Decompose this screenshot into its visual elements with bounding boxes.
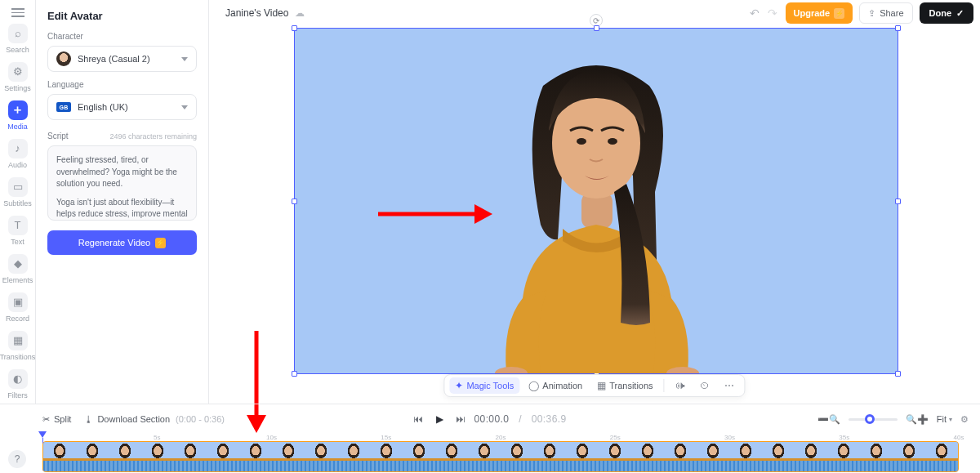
label-script: Script [47, 132, 69, 141]
share-label: Share [880, 8, 903, 18]
timeline-clip[interactable] [42, 441, 959, 472]
ellipsis-icon: ⋯ [724, 380, 734, 391]
playback-controls: ⏮ ▶ ⏭ 00:00.0 / 00:36.9 [413, 411, 566, 427]
text-icon: T [8, 216, 28, 235]
resize-handle[interactable] [594, 25, 599, 31]
clip-thumb [729, 442, 762, 471]
clip-thumb [664, 442, 697, 471]
sidebar-item-elements[interactable]: ◆Elements [0, 251, 36, 288]
animation-icon: ◯ [528, 380, 539, 391]
resize-handle[interactable] [895, 371, 901, 377]
resize-handle[interactable] [895, 199, 901, 204]
fit-button[interactable]: Fit▾ [937, 414, 952, 424]
magic-tools-button[interactable]: ✦Magic Tools [449, 377, 519, 394]
volume-button[interactable]: 🕪 [670, 377, 691, 394]
clip-thumb [109, 442, 141, 471]
tick: 5s [154, 434, 160, 441]
download-section-button[interactable]: ⭳Download Section(0:00 - 0:36) [84, 414, 225, 424]
transitions-button[interactable]: ▦Transitions [591, 377, 658, 394]
clip-thumb [697, 442, 729, 471]
clip-thumb [599, 442, 631, 471]
plus-icon: ＋ [8, 100, 28, 120]
clip-thumb [174, 442, 207, 471]
subtitles-icon: ▭ [8, 177, 28, 197]
resize-handle[interactable] [895, 25, 901, 31]
zoom-slider[interactable] [849, 418, 898, 421]
label-character: Character [47, 32, 197, 41]
sparkles-icon: ✦ [455, 380, 463, 391]
language-select[interactable]: GB English (UK) [47, 94, 197, 120]
clip-thumb [860, 442, 893, 471]
sidebar-item-filters[interactable]: ◐Filters [0, 366, 36, 403]
upgrade-label: Upgrade [794, 8, 831, 18]
more-button[interactable]: ⋯ [719, 377, 740, 394]
panel-title: Edit Avatar [47, 10, 197, 22]
clip-thumb [795, 442, 827, 471]
sidebar-item-record[interactable]: ▣Record [0, 289, 36, 326]
sidebar-item-transitions[interactable]: ▦Transitions [0, 328, 36, 364]
tick: 35s [839, 434, 849, 441]
speed-button[interactable]: ⏲ [694, 377, 715, 394]
split-button[interactable]: ✂Split [42, 414, 71, 425]
menu-toggle[interactable] [0, 5, 36, 19]
upgrade-button[interactable]: Upgrade ⚡ [786, 2, 853, 24]
character-select[interactable]: Shreya (Casual 2) [47, 46, 197, 72]
sidebar-item-settings[interactable]: ⚙Settings [0, 59, 36, 96]
selected-element[interactable]: ⟳ [294, 28, 898, 374]
script-line: Yoga isn't just about flexibility—it hel… [56, 197, 188, 221]
regenerate-label: Regenerate Video [78, 238, 150, 248]
done-button[interactable]: Done ✓ [920, 2, 974, 24]
timeline[interactable]: 5s 10s 15s 20s 25s 30s 35s 40s [0, 434, 980, 473]
project-title[interactable]: Janine's Video [225, 7, 288, 19]
sidebar-item-audio[interactable]: ♪Audio [0, 136, 36, 172]
script-textarea[interactable]: Feeling stressed, tired, or overwhelmed?… [47, 145, 197, 221]
clip-thumb [403, 442, 435, 471]
sidebar-item-text[interactable]: TText [0, 212, 36, 249]
prev-button[interactable]: ⏮ [413, 413, 423, 425]
clip-thumb [925, 442, 958, 471]
clip-thumb [827, 442, 860, 471]
timeline-settings-button[interactable]: ⚙ [960, 414, 969, 425]
resize-handle[interactable] [292, 25, 297, 31]
clip-thumb [305, 442, 337, 471]
share-button[interactable]: ⇪ Share [859, 2, 912, 24]
done-label: Done [929, 8, 952, 18]
record-icon: ▣ [8, 292, 28, 312]
sidebar-item-subtitles[interactable]: ▭Subtitles [0, 174, 36, 211]
zoom-out-button[interactable]: ➖🔍 [817, 414, 840, 425]
canvas[interactable]: ⟳ [209, 28, 980, 404]
flag-icon: GB [56, 102, 71, 112]
clip-thumb [762, 442, 795, 471]
download-icon: ⭳ [84, 414, 93, 424]
characters-remaining: 2496 characters remaining [109, 132, 197, 141]
sidebar-item-label: Text [11, 238, 24, 246]
speaker-icon: 🕪 [675, 380, 685, 391]
clip-thumb [468, 442, 501, 471]
redo-button[interactable]: ↷ [768, 7, 777, 20]
svg-point-2 [577, 138, 586, 145]
clip-thumb [207, 442, 239, 471]
clip-thumb [337, 442, 370, 471]
play-button[interactable]: ▶ [431, 411, 448, 427]
cloud-sync-icon: ☁ [295, 7, 305, 19]
svg-point-3 [608, 138, 617, 145]
regenerate-video-button[interactable]: Regenerate Video ⚡ [47, 230, 197, 255]
sidebar-item-search[interactable]: ⌕Search [0, 20, 36, 57]
playhead[interactable] [38, 431, 47, 438]
next-button[interactable]: ⏭ [456, 413, 466, 425]
ruler: 5s 10s 15s 20s 25s 30s 35s 40s [42, 434, 959, 440]
resize-handle[interactable] [292, 199, 297, 204]
zoom-in-button[interactable]: 🔍➕ [906, 414, 929, 425]
clip-thumb [239, 442, 272, 471]
undo-button[interactable]: ↶ [750, 7, 760, 20]
sidebar-item-label: Transitions [0, 353, 35, 361]
sidebar-item-label: Subtitles [3, 199, 32, 207]
tick: 10s [266, 434, 277, 441]
animation-button[interactable]: ◯Animation [523, 377, 588, 394]
slider-thumb[interactable] [865, 414, 875, 424]
tick: 20s [496, 434, 506, 441]
clip-thumb [76, 442, 109, 471]
resize-handle[interactable] [292, 371, 297, 377]
clip-thumb [435, 442, 468, 471]
sidebar-item-media[interactable]: ＋Media [0, 97, 36, 134]
